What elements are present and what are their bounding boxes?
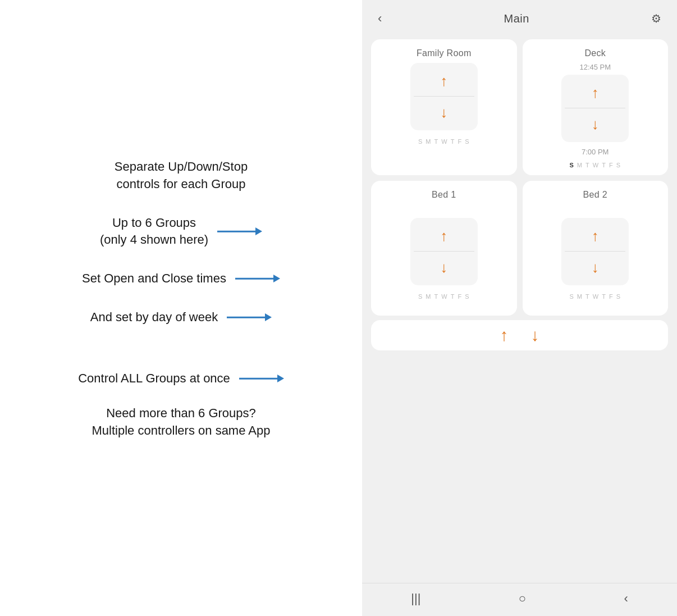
bed2-down-button[interactable]: ↓ [592, 260, 599, 275]
bed2-day-m1: M [577, 293, 583, 300]
settings-button[interactable]: ⚙ [647, 10, 666, 28]
bed1-up-button[interactable]: ↑ [440, 229, 447, 243]
day-s2: S [465, 138, 469, 145]
annotation-set-by-day: And set by day of week [34, 305, 328, 326]
annotation-up-to-6: Up to 6 Groups (only 4 shown here) [34, 211, 328, 249]
day-m1: M [426, 138, 431, 145]
header-title: Main [504, 12, 529, 25]
bed1-day-s2: S [465, 293, 469, 300]
day-f1: F [458, 138, 462, 145]
annotation-need-more: Need more than 6 Groups? Multiple contro… [34, 405, 328, 440]
annotation-control-all: Control ALL Groups at once [34, 370, 328, 387]
set-by-day-text: And set by day of week [90, 309, 218, 326]
deck-up-button[interactable]: ↑ [592, 85, 599, 100]
family-room-days: S M T W T F S [418, 138, 469, 145]
bed1-card[interactable]: Bed 1 ↑ ↓ S M T W T F S [371, 181, 517, 316]
bed1-control-box: ↑ ↓ [410, 218, 478, 285]
bed1-day-m1: M [426, 293, 431, 300]
deck-time: 12:45 PM [579, 63, 611, 71]
bed1-day-w1: W [441, 293, 447, 300]
bed2-day-w1: W [593, 293, 599, 300]
all-groups-bar[interactable]: ↑ ↓ [371, 320, 668, 350]
phone-bottom-nav: ||| ○ ‹ [362, 583, 677, 616]
bed2-day-t1: T [585, 293, 590, 300]
deck-card[interactable]: Deck 12:45 PM ↑ ↓ 7:00 PM S M T W T F S [523, 39, 669, 175]
bed2-day-f1: F [609, 293, 614, 300]
day-t1: T [434, 138, 439, 145]
left-panel: Separate Up/Down/Stop controls for each … [0, 0, 362, 616]
annotation-set-open-close: Set Open and Close times [34, 267, 328, 288]
back-button[interactable]: ‹ [373, 9, 386, 28]
phone-header: ‹ Main ⚙ [362, 0, 677, 35]
deck-day-m1: M [577, 162, 583, 168]
deck-day-s2: S [616, 162, 621, 168]
all-groups-up-button[interactable]: ↑ [500, 327, 509, 344]
bed2-up-button[interactable]: ↑ [592, 229, 599, 243]
bed1-days: S M T W T F S [418, 293, 469, 300]
set-open-close-text: Set Open and Close times [82, 270, 226, 288]
bed2-control-box: ↑ ↓ [561, 218, 629, 285]
bed2-day-t2: T [602, 293, 606, 300]
bed2-divider [565, 251, 625, 252]
family-room-card[interactable]: Family Room ↑ ↓ S M T W T F S [371, 39, 517, 175]
bed1-divider [414, 251, 474, 252]
deck-day-w1: W [593, 162, 599, 168]
all-groups-down-button[interactable]: ↓ [531, 327, 539, 344]
family-room-name: Family Room [417, 48, 472, 58]
deck-down-button[interactable]: ↓ [592, 117, 599, 131]
deck-days: S M T W T F S [570, 162, 621, 168]
bed2-name: Bed 2 [583, 190, 607, 200]
deck-control-box: ↑ ↓ [561, 75, 629, 142]
deck-day-f1: F [609, 162, 614, 168]
phone-content[interactable]: Family Room ↑ ↓ S M T W T F S Dec [362, 35, 677, 583]
arrow-open-close [235, 273, 280, 284]
bed1-day-t2: T [451, 293, 455, 300]
nav-home-icon[interactable]: ||| [411, 591, 420, 606]
bed1-down-button[interactable]: ↓ [440, 260, 447, 275]
deck-day-s1: S [570, 162, 574, 168]
cards-grid: Family Room ↑ ↓ S M T W T F S Dec [371, 39, 668, 316]
arrow-groups [217, 226, 262, 236]
bed1-name: Bed 1 [432, 190, 456, 200]
bed1-day-t1: T [434, 293, 439, 300]
family-room-down-button[interactable]: ↓ [440, 105, 447, 120]
day-t2: T [451, 138, 455, 145]
up-to-6-text: Up to 6 Groups (only 4 shown here) [100, 215, 208, 249]
day-w1: W [441, 138, 447, 145]
family-room-divider [414, 96, 474, 97]
arrow-day-of-week [227, 312, 272, 322]
annotation-separate-controls: Separate Up/Down/Stop controls for each … [34, 158, 328, 193]
deck-time2: 7:00 PM [582, 148, 609, 156]
control-all-text: Control ALL Groups at once [78, 370, 230, 387]
bed2-card[interactable]: Bed 2 ↑ ↓ S M T W T F S [523, 181, 669, 316]
family-room-control-box: ↑ ↓ [410, 63, 478, 130]
day-s1: S [418, 138, 423, 145]
bed1-day-s1: S [418, 293, 423, 300]
arrow-control-all [239, 373, 284, 384]
nav-circle-icon[interactable]: ○ [519, 591, 526, 606]
separate-controls-text: Separate Up/Down/Stop controls for each … [34, 158, 328, 193]
bed2-day-s2: S [616, 293, 621, 300]
right-panel: ‹ Main ⚙ Family Room ↑ ↓ S M T W T [362, 0, 677, 616]
bottom-annotations: Control ALL Groups at once Need more tha… [34, 367, 328, 458]
family-room-up-button[interactable]: ↑ [440, 74, 447, 88]
bed2-day-s1: S [570, 293, 574, 300]
need-more-text: Need more than 6 Groups? Multiple contro… [34, 405, 328, 440]
deck-name: Deck [584, 48, 606, 58]
deck-divider [565, 108, 625, 108]
deck-day-t1: T [585, 162, 590, 168]
bed2-days: S M T W T F S [570, 293, 621, 300]
nav-back-icon[interactable]: ‹ [624, 591, 628, 606]
bed1-day-f1: F [458, 293, 462, 300]
deck-day-t2: T [602, 162, 606, 168]
